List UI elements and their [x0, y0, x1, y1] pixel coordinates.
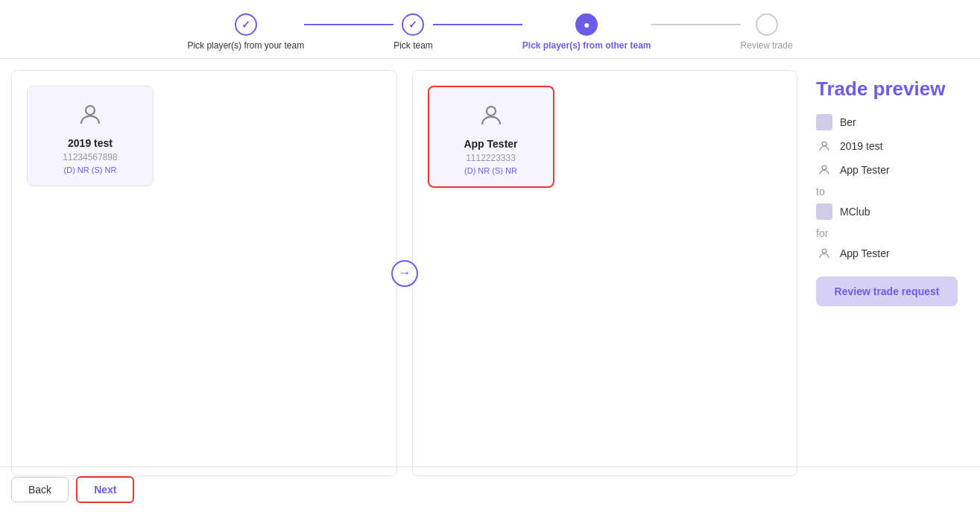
step-1-label: Pick player(s) from your team: [187, 40, 304, 51]
to-team-name: MClub: [840, 206, 870, 218]
stepper: ✓ Pick player(s) from your team ✓ Pick t…: [0, 0, 980, 59]
to-label: to: [816, 186, 958, 197]
from-team-name: Ber: [840, 116, 856, 128]
player1-icon: [816, 138, 832, 154]
left-player-card[interactable]: 2019 test 11234567898 (D) NR (S) NR: [27, 86, 154, 186]
step-3: ● Pick player(s) from other team: [522, 13, 651, 51]
right-player-tags: (D) NR (S) NR: [464, 166, 517, 175]
from-player2-row: App Tester: [816, 162, 958, 178]
trade-panels: 2019 test 11234567898 (D) NR (S) NR → Ap…: [11, 70, 797, 476]
step-4-circle: [756, 13, 778, 36]
svg-point-2: [822, 142, 826, 146]
for-player-name: App Tester: [840, 247, 890, 259]
step-4-label: Review trade: [741, 40, 793, 51]
left-player-avatar-icon: [74, 98, 107, 131]
trade-preview-sidebar: Trade preview Ber 2019 test: [805, 70, 969, 476]
left-player-number: 11234567898: [63, 152, 117, 162]
svg-point-3: [822, 165, 826, 170]
player2-icon: [816, 162, 832, 178]
review-trade-button[interactable]: Review trade request: [816, 276, 958, 306]
step-1: ✓ Pick player(s) from your team: [187, 13, 304, 51]
connector-1-2: [304, 24, 393, 25]
svg-point-4: [822, 249, 826, 253]
left-player-name: 2019 test: [68, 137, 113, 149]
left-panel: 2019 test 11234567898 (D) NR (S) NR: [11, 70, 397, 476]
bottom-bar: Back Next: [0, 467, 980, 512]
left-player-tags: (D) NR (S) NR: [64, 165, 117, 174]
right-player-name: App Tester: [464, 138, 517, 150]
step-1-circle: ✓: [235, 13, 257, 36]
from-team-icon: [816, 114, 832, 130]
right-player-number: 1112223333: [466, 153, 516, 163]
connector-3-4: [651, 24, 741, 25]
step-2-label: Pick team: [393, 40, 433, 51]
for-player-row: App Tester: [816, 245, 958, 262]
from-player1-name: 2019 test: [840, 140, 883, 152]
for-player-icon: [816, 245, 832, 262]
step-3-label: Pick player(s) from other team: [522, 40, 651, 51]
step-2-circle: ✓: [402, 13, 424, 36]
from-player1-row: 2019 test: [816, 138, 958, 154]
for-label: for: [816, 227, 958, 239]
trade-preview-title: Trade preview: [816, 78, 958, 101]
svg-point-1: [487, 107, 496, 116]
right-panel: App Tester 1112223333 (D) NR (S) NR: [412, 70, 798, 476]
step-3-circle: ●: [575, 13, 598, 36]
main-content: 2019 test 11234567898 (D) NR (S) NR → Ap…: [0, 59, 980, 476]
connector-2-3: [433, 24, 522, 25]
from-player2-name: App Tester: [840, 164, 890, 176]
right-player-card[interactable]: App Tester 1112223333 (D) NR (S) NR: [428, 86, 554, 188]
next-button[interactable]: Next: [76, 476, 134, 503]
to-team-icon: [816, 203, 832, 220]
step-4: Review trade: [741, 13, 793, 51]
to-team-row: MClub: [816, 203, 958, 220]
right-player-avatar-icon: [474, 98, 508, 132]
from-team-row: Ber: [816, 114, 958, 130]
swap-arrow-button[interactable]: →: [391, 260, 418, 287]
svg-point-0: [86, 106, 95, 115]
back-button[interactable]: Back: [11, 477, 69, 502]
step-2: ✓ Pick team: [393, 13, 433, 51]
